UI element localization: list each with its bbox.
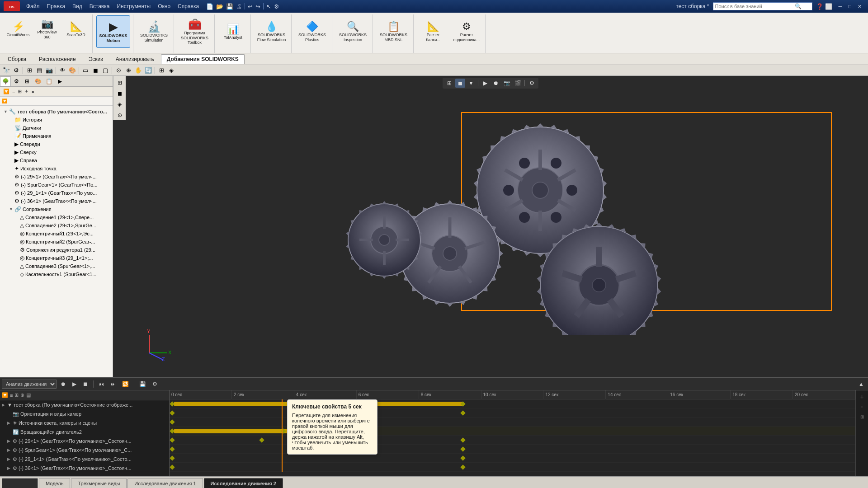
right-icon-4[interactable]: ⊙ (115, 110, 125, 120)
motion-save-btn[interactable]: 💾 (137, 380, 148, 389)
tree-item-3[interactable]: ▶ Спереди (2, 140, 113, 148)
right-icon-1[interactable]: ⊞ (115, 78, 125, 88)
display-style-shaded[interactable]: ◼ (91, 66, 100, 75)
zoom-area-icon[interactable]: ⊕ (124, 66, 133, 75)
filter-icon[interactable]: 🔽 (2, 88, 11, 95)
tree-item-11[interactable]: ▼ 🔗 Сопряжения (2, 205, 113, 213)
keyframe-1-end[interactable] (460, 410, 465, 415)
motion-tree-item-4[interactable]: ▶ ⚙ (-) 29<1> (GearTrax<<По умолчанию>_С… (0, 436, 169, 446)
menu-view[interactable]: Вид (70, 2, 85, 10)
vp-play[interactable]: ▶ (480, 79, 490, 88)
motion-fast-fwd-btn[interactable]: ⏭ (108, 380, 118, 389)
tree-item-1[interactable]: 📡 Датчики (2, 124, 113, 132)
tab-3d-views[interactable]: Трехмерные виды (71, 478, 127, 488)
keyframe-6-end[interactable] (460, 455, 465, 460)
motion-tree-item-1[interactable]: 📷 Ориентация и виды камер (0, 409, 169, 418)
maximize-btn[interactable]: □ (845, 3, 854, 10)
menu-edit[interactable]: Правка (44, 2, 68, 10)
sidebar-tab-custom-props[interactable]: 📋 (43, 76, 54, 86)
vp-display-toggle[interactable]: ◼ (455, 79, 465, 88)
list-icon[interactable]: ≡ (11, 88, 16, 95)
save-icon[interactable]: 💾 (225, 2, 234, 11)
camera-icon[interactable]: 📷 (45, 66, 54, 75)
tree-item-4[interactable]: ▶ Сверху (2, 148, 113, 156)
vp-settings[interactable]: ⚙ (527, 79, 537, 88)
tab-layout[interactable]: Расположение (33, 54, 82, 64)
photoview-btn[interactable]: 📷 PhotoView 360 (33, 15, 61, 42)
motion-settings-btn[interactable]: ⚙ (150, 380, 160, 389)
tab-assembly[interactable]: Сборка (2, 54, 32, 64)
motion-rewind-btn[interactable]: ⏮ (96, 380, 106, 389)
motion-filter-icon[interactable]: 🔽 (2, 392, 8, 398)
print-icon[interactable]: 🖨 (235, 2, 243, 11)
sidebar-tab-config[interactable]: ⊞ (22, 76, 33, 86)
tree-item-9[interactable]: ⚙ (-) 29_1<1> (GearTrax<<По умо... (2, 189, 113, 197)
keyframe-6-start[interactable] (170, 455, 175, 460)
close-btn[interactable]: ✕ (855, 3, 864, 10)
tab-model[interactable]: Модель (39, 478, 70, 488)
pan-icon[interactable]: ✋ (134, 66, 143, 75)
tab-motion2[interactable]: Исследование движения 2 (204, 478, 283, 488)
options-icon[interactable]: ⚙ (273, 2, 280, 11)
display-pane-icon[interactable]: ▤ (35, 66, 44, 75)
keyframe-2-start[interactable] (170, 419, 175, 424)
tree-item-8[interactable]: ⚙ (-) SpurGear<1> (GearTrax<<По... (2, 181, 113, 189)
motion-list-icon[interactable]: ≡ (10, 393, 13, 398)
sw-mbd-btn[interactable]: 📋 SOLIDWORKSMBD SNL (377, 15, 410, 48)
sidebar-expand[interactable]: ▶ (54, 76, 65, 86)
expand-icon[interactable]: ⬜ (825, 3, 832, 10)
tree-item-17[interactable]: ◎ Концентричный3 (29_1<1>;... (2, 254, 113, 262)
view-settings-icon[interactable]: ⚙ (12, 66, 21, 75)
motion-tree-item-7[interactable]: ▶ ⚙ (-) 36<1> (GearTrax<<По умолчанию>_С… (0, 464, 169, 473)
keyframe-5-end[interactable] (460, 446, 465, 451)
tree-item-18[interactable]: △ Совпадение3 (SpurGear<1>,... (2, 262, 113, 270)
motion-loop-btn[interactable]: 🔁 (120, 380, 131, 389)
menu-file[interactable]: Файл (24, 2, 42, 10)
timeline-fit[interactable]: ⊞ (858, 412, 866, 421)
appearance-icon[interactable]: 🎨 (68, 66, 77, 75)
tree-item-7[interactable]: ⚙ (-) 29<1> (GearTrax<<По умолч... (2, 173, 113, 181)
tree-item-10[interactable]: ⚙ (-) 36<1> (GearTrax<<По умолч... (2, 197, 113, 205)
sw-simulation-btn[interactable]: 🔬 SOLIDWORKSSimulation (137, 15, 171, 48)
tree-item-14[interactable]: ◎ Концентричный1 (29<1>,Эс... (2, 230, 113, 238)
keyframe-4-start[interactable] (170, 437, 175, 442)
redo-icon[interactable]: ↪ (255, 2, 261, 11)
display-style-edge[interactable]: ▢ (101, 66, 110, 75)
menu-insert[interactable]: Вставка (87, 2, 113, 10)
keyframe-7-start[interactable] (170, 465, 175, 469)
tab-addins[interactable]: Добавления SOLIDWORKS (161, 54, 245, 64)
view-orientation-icon[interactable]: 🔭 (2, 66, 11, 75)
tree-item-13[interactable]: △ Совпадение2 (29<1>,SpurGe... (2, 221, 113, 230)
keyframe-4-mid[interactable] (259, 437, 264, 442)
sw-inspection-btn[interactable]: 🔍 SOLIDWORKSInspection (336, 15, 370, 48)
right-icon-2[interactable]: ◼ (115, 89, 125, 99)
tree-item-16[interactable]: ⚙ Сопряжения редуктора1 (29... (2, 246, 113, 254)
timeline-zoom-out[interactable]: - (859, 402, 865, 411)
tree-item-19[interactable]: ◇ Касательность1 (SpurGear<1... (2, 270, 113, 278)
vp-video[interactable]: 🎬 (513, 79, 523, 88)
circuitworks-btn[interactable]: ⚡ CircuitWorks (5, 15, 32, 42)
motion-collapse-btn[interactable]: ▲ (856, 380, 866, 389)
grid-icon[interactable]: ⊞ (157, 66, 166, 75)
tree-item-2[interactable]: 📝 Примечания (2, 132, 113, 140)
keyframe-7-end[interactable] (460, 465, 465, 469)
hide-show-icon[interactable]: 👁 (58, 66, 67, 75)
tab-analyze[interactable]: Анализировать (110, 54, 160, 64)
menu-tools[interactable]: Инструменты (114, 2, 153, 10)
sidebar-tab-appearances[interactable]: 🎨 (33, 76, 43, 86)
new-icon[interactable]: 📄 (205, 2, 214, 11)
timeline-zoom-in[interactable]: + (858, 392, 866, 401)
graph-icon[interactable]: ● (30, 88, 36, 95)
viewport[interactable]: X Y Z ⊞ ◼ ▼ ▶ ⏺ 📷 🎬 ⚙ ⊞ ◼ ◈ ⊙ (113, 76, 868, 377)
tab-sketch[interactable]: Эскиз (83, 54, 109, 64)
motion-more-icon[interactable]: ⊕ (20, 392, 24, 398)
motion-tree-item-5[interactable]: ▶ ⚙ (-) SpurGear<1> (GearTrax<<По умолча… (0, 446, 169, 455)
timeline-area[interactable]: 0 сек 2 сек 4 сек 6 сек 8 сек 10 сек 12 … (170, 390, 855, 476)
tree-item-15[interactable]: ◎ Концентричный2 (SpurGear-... (2, 238, 113, 246)
undo-icon[interactable]: ↩ (247, 2, 254, 11)
vp-dropdown[interactable]: ▼ (466, 79, 476, 88)
display-style-wireframe[interactable]: ▭ (81, 66, 90, 75)
view-planes-icon[interactable]: ◈ (167, 66, 176, 75)
motion-expand-icon[interactable]: ⊞ (14, 392, 19, 398)
motion-tree-item-3[interactable]: 🔄 Вращающийся двигатель2 (0, 427, 169, 436)
